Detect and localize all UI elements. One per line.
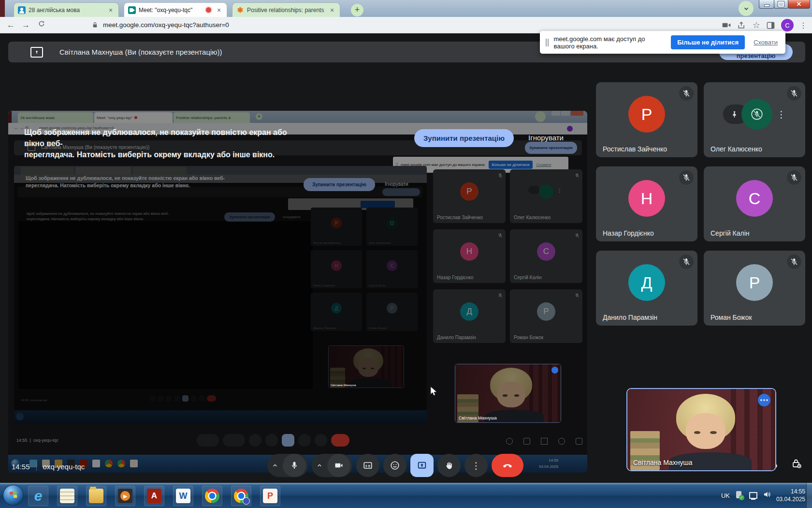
overlay-ignore-button[interactable]: Ігнорувати <box>528 134 564 142</box>
mic-icon[interactable] <box>283 454 306 477</box>
mic-off-icon <box>679 254 694 269</box>
camera-icon[interactable] <box>327 454 350 477</box>
more-options-button[interactable]: ⋮ <box>464 454 488 477</box>
participant-tile-hovered[interactable]: ⋮ Олег Калюсенко <box>704 82 805 157</box>
meet-favicon <box>128 6 136 14</box>
avatar: Н <box>628 180 665 217</box>
overlay-stop-presentation-button[interactable]: Зупинити презентацію <box>414 129 514 147</box>
usb-device-icon[interactable]: ✓ <box>735 491 743 500</box>
bookmark-star-icon[interactable]: ☆ <box>753 20 760 30</box>
mic-off-icon <box>679 86 694 101</box>
avatar: Д <box>628 264 665 301</box>
host-controls-lock-icon[interactable] <box>790 457 803 470</box>
participant-tile[interactable]: С Сергій Калін <box>704 166 805 241</box>
mic-off-icon <box>679 170 694 185</box>
mic-off-icon <box>787 254 801 269</box>
mic-options-chevron-icon[interactable] <box>267 462 283 469</box>
avatar-muted <box>741 99 772 130</box>
omnibox[interactable]: meet.google.com/oxq-yequ-tqc?authuser=0 <box>92 21 229 29</box>
chrome-icon[interactable] <box>202 486 222 506</box>
tab-close-icon[interactable]: × <box>215 6 223 14</box>
browser-menu-icon[interactable]: ⋮ <box>799 21 807 30</box>
window-controls: ✕ <box>759 0 810 9</box>
volume-icon[interactable] <box>763 490 771 501</box>
notes-document-icon[interactable] <box>57 486 77 506</box>
windows-taskbar: e ▶ A W P UK ✓ 14:55 03.04.2025 <box>0 483 812 508</box>
show-desktop-button[interactable] <box>806 483 812 508</box>
camera-in-use-icon[interactable] <box>722 20 731 30</box>
start-button[interactable] <box>3 485 24 506</box>
participant-tile[interactable]: Д Данило Парамзін <box>596 251 697 326</box>
forward-icon[interactable]: → <box>22 20 30 30</box>
screen-access-notice: meet.google.com має доступ до вашого екр… <box>540 31 785 54</box>
tab-close-icon[interactable]: × <box>107 6 115 14</box>
participant-name: Данило Парамзін <box>603 314 657 321</box>
end-call-button[interactable] <box>492 454 523 477</box>
present-icon <box>30 47 43 58</box>
profile-avatar[interactable]: C <box>781 19 794 31</box>
selfview-menu-icon[interactable] <box>758 394 770 406</box>
site-favicon: ✱ <box>236 6 244 14</box>
tab-english-class[interactable]: 28 англійська мова × <box>14 2 119 17</box>
minimize-button[interactable] <box>759 0 774 9</box>
participant-tile[interactable]: Н Назар Гордієнко <box>596 166 697 241</box>
tray-date: 03.04.2025 <box>776 496 805 503</box>
present-button-active[interactable] <box>410 454 434 477</box>
network-icon[interactable] <box>748 491 758 500</box>
participant-name: Ростислав Зайченко <box>603 145 667 153</box>
media-player-icon[interactable]: ▶ <box>115 486 135 506</box>
language-indicator[interactable]: UK <box>721 492 730 499</box>
tab-search-chevron-icon[interactable] <box>739 1 754 16</box>
avatar: С <box>736 180 773 217</box>
tab-title: Meet: "oxq-yequ-tqc" <box>139 7 203 14</box>
internet-explorer-icon[interactable]: e <box>28 486 48 506</box>
tab-meet[interactable]: Meet: "oxq-yequ-tqc" × <box>124 2 227 17</box>
word-icon[interactable]: W <box>173 486 193 506</box>
raise-hand-button[interactable] <box>437 454 461 477</box>
restore-button[interactable] <box>774 0 788 9</box>
mic-off-icon <box>787 86 801 101</box>
captions-button[interactable] <box>356 454 379 477</box>
tile-menu-icon[interactable]: ⋮ <box>777 109 786 120</box>
desktop-edge <box>0 0 5 17</box>
camera-options-chevron-icon[interactable] <box>312 462 327 469</box>
notice-text: meet.google.com має доступ до вашого екр… <box>553 35 664 50</box>
side-panel-icon[interactable] <box>766 21 775 30</box>
recording-indicator-icon <box>206 7 211 13</box>
tab-positive-relationships[interactable]: ✱ Positive relationships: parents & × <box>232 2 340 17</box>
hide-notice-link[interactable]: Сховати <box>754 39 778 46</box>
reactions-button[interactable] <box>383 454 406 477</box>
adobe-reader-icon[interactable]: A <box>144 486 164 506</box>
reload-icon[interactable] <box>38 20 45 30</box>
presenter-label: Світлана Махнуша (Ви (показуєте презента… <box>59 48 222 56</box>
new-tab-button[interactable]: + <box>351 4 363 16</box>
participant-name: Роман Божок <box>710 314 752 321</box>
mouse-cursor <box>430 386 438 397</box>
meet-page: Світлана Махнуша (Ви (показуєте презента… <box>0 33 812 483</box>
selfview-name: Світлана Махнуша <box>633 459 692 466</box>
chrome-profile-icon[interactable] <box>231 486 251 506</box>
tray-clock[interactable]: 14:55 03.04.2025 <box>776 488 805 503</box>
mic-button-group[interactable] <box>267 454 308 477</box>
camera-button-group[interactable] <box>312 454 352 477</box>
close-button[interactable]: ✕ <box>788 0 810 9</box>
share-icon[interactable] <box>737 20 747 30</box>
shared-screen-tile[interactable]: 28 англійська мова Meet: "oxq-yequ-tqc" … <box>8 111 587 473</box>
mic-off-icon <box>787 170 801 185</box>
powerpoint-icon[interactable]: P <box>260 486 280 506</box>
selfview-tile[interactable]: Світлана Махнуша <box>626 388 776 471</box>
browser-tab-strip: 28 англійська мова × Meet: "oxq-yequ-tqc… <box>0 0 812 17</box>
system-tray: UK ✓ 14:55 03.04.2025 <box>721 483 805 508</box>
tab-close-icon[interactable]: × <box>328 6 336 14</box>
participant-name: Олег Калюсенко <box>710 145 762 153</box>
stop-sharing-button[interactable]: Більше не ділитися <box>671 35 745 49</box>
participant-name: Назар Гордієнко <box>603 229 654 237</box>
drag-grip-icon[interactable] <box>546 39 549 46</box>
tray-time: 14:55 <box>791 488 805 495</box>
tab-title: 28 англійська мова <box>29 7 104 14</box>
back-icon[interactable]: ← <box>7 20 15 30</box>
participant-tile[interactable]: Р Роман Божок <box>704 251 805 326</box>
folder-icon[interactable] <box>86 486 106 506</box>
lock-icon <box>92 22 98 28</box>
participant-tile[interactable]: Р Ростислав Зайченко <box>596 82 697 157</box>
